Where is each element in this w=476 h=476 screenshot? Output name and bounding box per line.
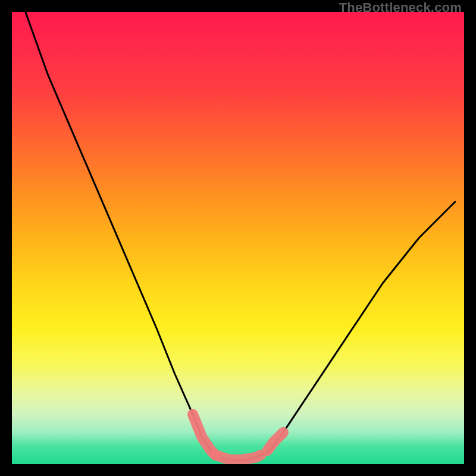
chart-svg [12,12,464,464]
low-bottleneck-left [193,414,215,455]
watermark-text: TheBottleneck.com [339,0,462,15]
low-bottleneck-flat [215,455,261,460]
low-bottleneck-right [267,433,283,450]
chart-frame [12,12,464,464]
bottleneck-curve [26,12,455,459]
